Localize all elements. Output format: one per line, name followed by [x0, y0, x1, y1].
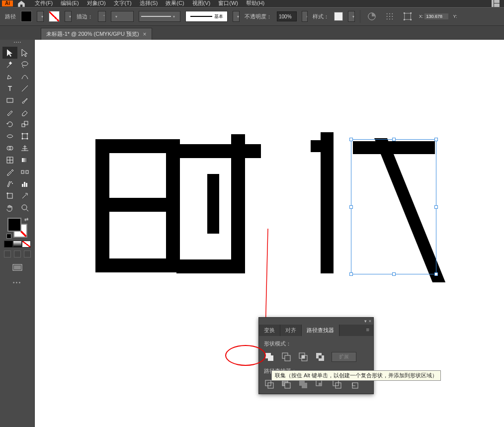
- rectangle-tool[interactable]: [2, 94, 17, 106]
- color-mode-none[interactable]: [22, 241, 31, 248]
- resize-handle-ml[interactable]: [349, 205, 353, 209]
- curvature-tool[interactable]: [17, 71, 32, 83]
- stroke-swatch-dropdown[interactable]: ▾: [65, 11, 72, 22]
- slice-tool[interactable]: [17, 190, 32, 202]
- home-icon[interactable]: [17, 0, 26, 6]
- close-tab-button[interactable]: ×: [143, 31, 147, 38]
- graphic-style-swatch[interactable]: [334, 12, 343, 21]
- lasso-tool[interactable]: [17, 59, 32, 71]
- line-tool[interactable]: [17, 83, 32, 94]
- fill-indicator[interactable]: [7, 218, 21, 232]
- svg-rect-43: [7, 193, 12, 198]
- resize-handle-bm[interactable]: [392, 272, 396, 276]
- fill-dropdown[interactable]: ▾: [37, 11, 44, 22]
- draw-normal-icon[interactable]: [4, 251, 11, 257]
- selection-tool[interactable]: [2, 47, 17, 59]
- menu-help[interactable]: 帮助(H): [242, 0, 268, 7]
- paintbrush-tool[interactable]: [17, 94, 32, 106]
- unite-button[interactable]: [264, 351, 275, 362]
- stroke-weight-dropdown[interactable]: ⌃: [98, 11, 106, 22]
- panel-header[interactable]: ▾ ×: [259, 318, 373, 325]
- swap-fill-stroke-icon[interactable]: ⇄: [24, 217, 28, 222]
- perspective-grid-tool[interactable]: [17, 142, 32, 154]
- column-graph-tool[interactable]: [17, 178, 32, 190]
- hand-tool[interactable]: [2, 202, 17, 214]
- gradient-tool[interactable]: [17, 154, 32, 166]
- svg-point-7: [387, 16, 388, 17]
- stroke-weight-value[interactable]: ▾: [111, 11, 134, 22]
- menu-select[interactable]: 选择(S): [136, 0, 162, 7]
- brush-dropdown[interactable]: ▾: [233, 11, 240, 22]
- type-tool[interactable]: T: [2, 83, 17, 94]
- transform-icon[interactable]: [401, 10, 414, 23]
- pen-tool[interactable]: [2, 71, 17, 83]
- menu-type[interactable]: 文字(T): [110, 0, 136, 7]
- screen-mode-icon[interactable]: [11, 261, 24, 274]
- stroke-swatch[interactable]: [49, 11, 60, 22]
- magic-wand-tool[interactable]: [2, 59, 17, 71]
- shaper-tool[interactable]: [2, 106, 17, 118]
- document-tab-bar: 未标题-1* @ 200% (CMYK/GPU 预览) ×: [0, 26, 504, 40]
- resize-handle-tm[interactable]: [392, 138, 396, 141]
- eraser-tool[interactable]: [17, 106, 32, 118]
- resize-handle-mr[interactable]: [434, 205, 438, 209]
- blend-tool[interactable]: [17, 166, 32, 178]
- style-dropdown[interactable]: ▾: [348, 11, 355, 22]
- fill-stroke-indicator[interactable]: ⇄: [6, 217, 28, 239]
- expand-button[interactable]: 扩展: [332, 352, 356, 362]
- svg-rect-15: [410, 12, 412, 14]
- artboard-tool[interactable]: [2, 190, 17, 202]
- fill-swatch[interactable]: [21, 11, 32, 22]
- intersect-button[interactable]: [298, 351, 309, 362]
- zoom-tool[interactable]: [17, 202, 32, 214]
- document-tab[interactable]: 未标题-1* @ 200% (CMYK/GPU 预览) ×: [41, 28, 152, 40]
- default-fill-stroke-icon[interactable]: [6, 234, 11, 239]
- tab-pathfinder[interactable]: 路径查找器: [302, 325, 339, 336]
- menu-object[interactable]: 对象(O): [83, 0, 110, 7]
- exclude-button[interactable]: [315, 351, 326, 362]
- align-icon[interactable]: [383, 10, 396, 23]
- shape-builder-tool[interactable]: [2, 142, 17, 154]
- color-mode-solid[interactable]: [4, 241, 13, 248]
- menu-edit[interactable]: 编辑(E): [57, 0, 83, 7]
- panel-close-icon[interactable]: ×: [369, 319, 371, 324]
- svg-point-12: [392, 18, 393, 19]
- free-transform-tool[interactable]: [17, 130, 32, 142]
- tab-transform[interactable]: 变换: [259, 325, 280, 336]
- recolor-icon[interactable]: [365, 10, 378, 23]
- selection-bounding-box[interactable]: [351, 139, 436, 274]
- layout-icon[interactable]: [489, 0, 502, 10]
- resize-handle-tl[interactable]: [349, 138, 353, 141]
- width-tool[interactable]: [2, 130, 17, 142]
- svg-rect-53: [268, 355, 273, 361]
- resize-handle-tr[interactable]: [434, 138, 438, 141]
- menu-window[interactable]: 窗口(W): [214, 0, 242, 7]
- mesh-tool[interactable]: [2, 154, 17, 166]
- opacity-input[interactable]: [277, 11, 297, 21]
- symbol-sprayer-tool[interactable]: [2, 178, 17, 190]
- svg-point-5: [389, 13, 390, 14]
- draw-inside-icon[interactable]: [24, 251, 31, 257]
- toolbox-grip[interactable]: [8, 42, 26, 45]
- tab-align[interactable]: 对齐: [280, 325, 302, 336]
- svg-point-4: [387, 13, 388, 14]
- panel-menu-icon[interactable]: ≡: [362, 325, 373, 336]
- direct-selection-tool[interactable]: [17, 47, 32, 59]
- brush-preview[interactable]: 基本: [185, 11, 228, 22]
- edit-toolbar-icon[interactable]: •••: [13, 279, 22, 285]
- color-mode-gradient[interactable]: [13, 241, 22, 248]
- canvas[interactable]: ▾ × 变换 对齐 路径查找器 ≡ 形状模式： 扩展 路径查找器：: [35, 40, 504, 427]
- opacity-dropdown[interactable]: ›: [302, 11, 308, 22]
- menu-view[interactable]: 视图(V): [188, 0, 215, 7]
- scale-tool[interactable]: [17, 118, 32, 130]
- eyedropper-tool[interactable]: [2, 166, 17, 178]
- menu-file[interactable]: 文件(F): [31, 0, 57, 7]
- resize-handle-br[interactable]: [434, 272, 438, 276]
- rotate-tool[interactable]: [2, 118, 17, 130]
- resize-handle-bl[interactable]: [349, 272, 353, 276]
- menu-effect[interactable]: 效果(C): [162, 0, 188, 7]
- stroke-profile-dropdown[interactable]: ▾: [139, 11, 180, 22]
- draw-behind-icon[interactable]: [14, 251, 21, 257]
- panel-collapse-icon[interactable]: ▾: [364, 319, 367, 324]
- minus-front-button[interactable]: [281, 351, 292, 362]
